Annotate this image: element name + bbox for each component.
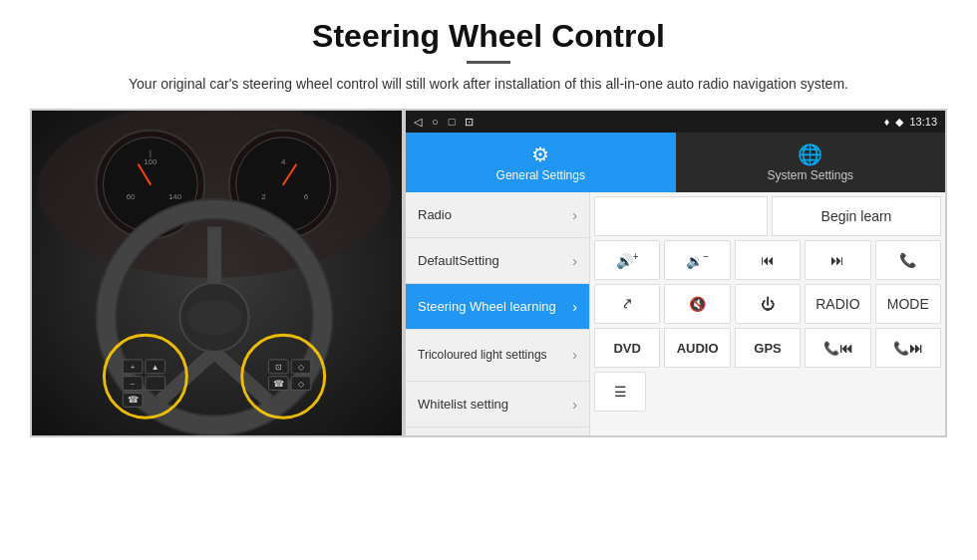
svg-text:−: − <box>131 380 136 389</box>
svg-text:⊡: ⊡ <box>275 363 282 372</box>
menu-item-steering-wheel[interactable]: Steering Wheel learning › <box>406 284 589 330</box>
svg-rect-32 <box>146 377 165 391</box>
svg-text:◇: ◇ <box>298 363 305 372</box>
phone-next-icon: 📞⏭ <box>893 341 922 356</box>
svg-text:100: 100 <box>144 157 158 166</box>
tab-system[interactable]: 🌐 System Settings <box>676 133 946 192</box>
svg-text:6: 6 <box>304 192 309 201</box>
time-display: 13:13 <box>909 116 937 128</box>
power-button[interactable]: ⏻ <box>735 284 801 324</box>
mode-btn[interactable]: MODE <box>875 284 941 324</box>
prev-track-button[interactable]: ⏮ <box>735 240 801 280</box>
gear-icon: ⚙ <box>531 142 549 166</box>
phone-button[interactable]: 📞 <box>875 240 941 280</box>
audio-button[interactable]: AUDIO <box>664 328 730 368</box>
bottom-buttons: DVD AUDIO GPS 📞⏮ 📞⏭ <box>594 328 941 368</box>
svg-text:2: 2 <box>261 192 265 201</box>
control-buttons-row2: ↩ 🔇 ⏻ RADIO MODE <box>594 284 941 324</box>
chevron-icon: › <box>572 253 577 269</box>
top-tabs: ⚙ General Settings 🌐 System Settings <box>406 133 945 192</box>
right-panel: Begin learn 🔊+ 🔉− ⏮ <box>590 192 945 435</box>
tab-general-label: General Settings <box>496 168 585 182</box>
phone-next-button[interactable]: 📞⏭ <box>875 328 941 368</box>
chevron-icon: › <box>572 207 577 223</box>
svg-text:4: 4 <box>281 157 286 166</box>
hang-up-icon: ↩ <box>617 294 637 314</box>
menu-item-tricoloured[interactable]: Tricoloured light settings › <box>406 330 589 382</box>
next-track-icon: ⏭ <box>830 252 844 268</box>
status-bar-right: ♦ ◆ 13:13 <box>884 116 937 129</box>
chevron-icon: › <box>572 299 577 315</box>
page-subtitle: Your original car's steering wheel contr… <box>129 74 848 95</box>
title-divider <box>467 61 510 64</box>
main-content: Radio › DefaultSetting › Steering Wheel … <box>406 192 945 435</box>
next-track-button[interactable]: ⏭ <box>805 240 870 280</box>
svg-text:60: 60 <box>127 192 136 201</box>
volume-up-icon: 🔊+ <box>616 251 639 269</box>
phone-icon: 📞 <box>899 252 916 268</box>
status-bar: ◁ ○ □ ⊡ ♦ ◆ 13:13 <box>406 111 945 133</box>
chevron-icon: › <box>572 346 577 364</box>
radio-btn[interactable]: RADIO <box>805 284 870 324</box>
back-icon[interactable]: ◁ <box>414 116 422 129</box>
svg-text:+: + <box>131 363 136 372</box>
screenshot-icon[interactable]: ⊡ <box>465 116 474 129</box>
whitelist-row: ☰ <box>594 372 941 412</box>
svg-text:☎: ☎ <box>273 379 284 389</box>
power-icon: ⏻ <box>761 296 775 312</box>
chevron-icon: › <box>572 397 577 413</box>
prev-track-icon: ⏮ <box>761 252 775 268</box>
hang-up-button[interactable]: ↩ <box>594 284 660 324</box>
volume-down-icon: 🔉− <box>686 251 709 269</box>
device-screen: ◁ ○ □ ⊡ ♦ ◆ 13:13 ⚙ General Settings <box>404 109 947 437</box>
begin-learn-button[interactable]: Begin learn <box>772 196 941 236</box>
dvd-button[interactable]: DVD <box>594 328 660 368</box>
tab-general[interactable]: ⚙ General Settings <box>406 133 676 192</box>
svg-point-21 <box>186 300 241 336</box>
menu-item-radio[interactable]: Radio › <box>406 192 589 238</box>
phone-prev-button[interactable]: 📞⏮ <box>805 328 870 368</box>
whitelist-icon-button[interactable]: ☰ <box>594 372 646 412</box>
learn-empty-area <box>594 196 768 236</box>
phone-prev-icon: 📞⏮ <box>823 341 852 356</box>
vol-down-button[interactable]: 🔉− <box>664 240 730 280</box>
vol-up-button[interactable]: 🔊+ <box>594 240 660 280</box>
svg-text:140: 140 <box>168 192 182 201</box>
system-icon: 🌐 <box>798 142 822 166</box>
begin-learn-row: Begin learn <box>594 196 941 236</box>
left-menu: Radio › DefaultSetting › Steering Wheel … <box>406 192 590 435</box>
menu-item-defaultsetting[interactable]: DefaultSetting › <box>406 238 589 284</box>
control-buttons-row1: 🔊+ 🔉− ⏮ ⏭ 📞 <box>594 240 941 280</box>
recent-icon[interactable]: □ <box>449 116 456 128</box>
page-title: Steering Wheel Control <box>312 18 665 55</box>
home-icon[interactable]: ○ <box>432 116 439 128</box>
mute-icon: 🔇 <box>689 296 706 312</box>
location-icon: ♦ <box>884 116 890 128</box>
tab-system-label: System Settings <box>767 168 853 182</box>
menu-item-whitelist[interactable]: Whitelist setting › <box>406 382 589 427</box>
svg-text:▲: ▲ <box>152 363 160 372</box>
list-icon: ☰ <box>614 384 627 400</box>
signal-icon: ◆ <box>895 116 903 129</box>
steering-wheel-image: 100 60 140 4 2 6 <box>30 109 404 437</box>
content-area: 100 60 140 4 2 6 <box>30 109 947 550</box>
mute-button[interactable]: 🔇 <box>664 284 730 324</box>
gps-button[interactable]: GPS <box>735 328 801 368</box>
svg-text:◇: ◇ <box>298 380 305 389</box>
svg-text:☎: ☎ <box>128 395 139 405</box>
status-bar-left: ◁ ○ □ ⊡ <box>414 116 474 129</box>
